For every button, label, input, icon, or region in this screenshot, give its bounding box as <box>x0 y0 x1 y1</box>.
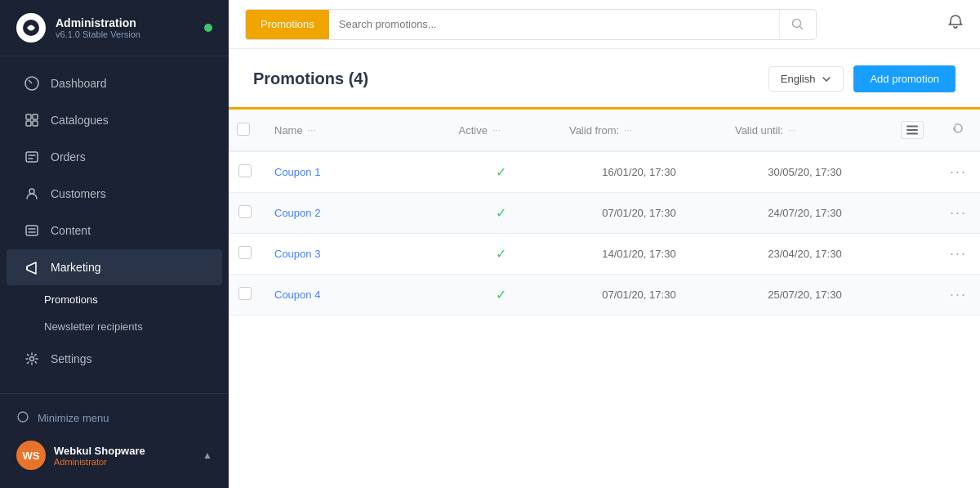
sidebar-item-label: Dashboard <box>51 77 107 90</box>
row-name[interactable]: Coupon 1 <box>261 151 446 193</box>
orders-icon <box>23 148 41 166</box>
row-active: ✓ <box>446 151 556 193</box>
reset-icon[interactable] <box>951 123 964 137</box>
minimize-icon <box>16 410 29 426</box>
sidebar: Administration v6.1.0 Stable Version Das… <box>0 0 229 488</box>
row-checkbox-cell <box>229 275 261 316</box>
row-checkbox[interactable] <box>238 164 252 177</box>
more-options-icon[interactable]: ··· <box>950 286 967 302</box>
search-bar: Promotions <box>245 9 817 40</box>
row-actions <box>888 234 937 275</box>
sidebar-item-newsletter[interactable]: Newsletter recipients <box>0 313 229 340</box>
col-name-options[interactable]: ··· <box>308 124 316 136</box>
row-valid-from: 07/01/20, 17:30 <box>556 193 722 234</box>
row-more-button[interactable]: ··· <box>937 151 980 193</box>
table-row: Coupon 2 ✓ 07/01/20, 17:30 24/07/20, 17:… <box>229 193 980 234</box>
sidebar-item-label: Catalogues <box>51 114 109 127</box>
col-header-col-toggle <box>888 110 937 151</box>
row-checkbox[interactable] <box>238 205 252 218</box>
sidebar-sub-item-label: Promotions <box>44 293 98 306</box>
search-button[interactable] <box>779 10 816 39</box>
svg-rect-14 <box>906 133 918 135</box>
col-valid-from-options[interactable]: ··· <box>624 124 632 136</box>
active-check-icon: ✓ <box>496 206 506 220</box>
select-all-checkbox[interactable] <box>237 123 250 136</box>
col-valid-until-options[interactable]: ··· <box>788 124 796 136</box>
language-selector[interactable]: English <box>768 66 844 92</box>
user-info: Webkul Shopware Administrator <box>54 445 203 467</box>
row-checkbox-cell <box>229 193 261 234</box>
sidebar-sub-item-label: Newsletter recipients <box>44 320 143 333</box>
row-valid-from: 16/01/20, 17:30 <box>556 151 722 193</box>
promotions-table: Name ··· Active ··· Vali <box>229 110 980 316</box>
search-tab-promotions[interactable]: Promotions <box>246 10 329 39</box>
svg-rect-8 <box>26 226 38 235</box>
column-visibility-button[interactable] <box>901 121 924 139</box>
row-valid-until: 23/04/20, 17:30 <box>722 234 888 275</box>
row-checkbox[interactable] <box>238 246 252 259</box>
sidebar-header: Administration v6.1.0 Stable Version <box>0 0 229 56</box>
more-options-icon[interactable]: ··· <box>950 245 967 262</box>
content-icon <box>23 222 41 240</box>
row-name[interactable]: Coupon 4 <box>261 275 446 316</box>
app-logo <box>16 13 46 43</box>
row-name[interactable]: Coupon 3 <box>261 234 446 275</box>
col-header-reset <box>937 110 980 151</box>
sidebar-item-label: Marketing <box>51 261 100 274</box>
minimize-menu-button[interactable]: Minimize menu <box>16 404 212 432</box>
search-input[interactable] <box>329 10 779 39</box>
sidebar-item-marketing[interactable]: Marketing <box>7 249 222 285</box>
row-more-button[interactable]: ··· <box>937 193 980 234</box>
sidebar-item-label: Orders <box>51 150 86 163</box>
sidebar-item-orders[interactable]: Orders <box>7 139 222 175</box>
svg-rect-2 <box>26 114 31 119</box>
row-valid-from: 07/01/20, 17:30 <box>556 275 722 316</box>
notification-icon[interactable] <box>947 14 964 34</box>
row-valid-until: 25/07/20, 17:30 <box>722 275 888 316</box>
user-role: Administrator <box>54 457 203 467</box>
customers-icon <box>23 185 41 203</box>
row-name[interactable]: Coupon 2 <box>261 193 446 234</box>
col-header-name: Name ··· <box>261 110 446 151</box>
active-check-icon: ✓ <box>496 165 506 179</box>
sidebar-item-dashboard[interactable]: Dashboard <box>7 65 222 101</box>
row-checkbox[interactable] <box>238 287 252 300</box>
user-menu-chevron[interactable]: ▲ <box>203 450 212 461</box>
col-header-valid-until: Valid until: ··· <box>722 110 888 151</box>
svg-point-10 <box>18 412 28 422</box>
svg-rect-3 <box>33 114 38 119</box>
sidebar-item-customers[interactable]: Customers <box>7 176 222 212</box>
page-header: Promotions (4) English Add promotion <box>229 49 980 110</box>
col-header-valid-from: Valid from: ··· <box>556 110 722 151</box>
row-actions <box>888 275 937 316</box>
col-header-active: Active ··· <box>446 110 556 151</box>
col-active-options[interactable]: ··· <box>492 124 501 136</box>
settings-icon <box>23 350 41 368</box>
more-options-icon[interactable]: ··· <box>950 163 967 180</box>
row-active: ✓ <box>446 275 556 316</box>
active-check-icon: ✓ <box>496 247 506 261</box>
row-more-button[interactable]: ··· <box>937 275 980 316</box>
promotions-table-wrapper: Name ··· Active ··· Vali <box>229 110 980 316</box>
row-more-button[interactable]: ··· <box>937 234 980 275</box>
row-actions <box>888 151 937 193</box>
table-row: Coupon 3 ✓ 14/01/20, 17:30 23/04/20, 17:… <box>229 234 980 275</box>
more-options-icon[interactable]: ··· <box>950 204 967 221</box>
row-valid-until: 24/07/20, 17:30 <box>722 193 888 234</box>
sidebar-item-catalogues[interactable]: Catalogues <box>7 102 222 138</box>
user-avatar: WS <box>16 441 46 470</box>
add-promotion-button[interactable]: Add promotion <box>853 65 956 92</box>
row-actions <box>888 193 937 234</box>
svg-point-7 <box>29 189 34 194</box>
user-name: Webkul Shopware <box>54 445 203 457</box>
brand-version: v6.1.0 Stable Version <box>56 29 204 39</box>
svg-point-9 <box>30 357 34 361</box>
sidebar-item-label: Settings <box>51 352 92 365</box>
svg-rect-4 <box>26 121 31 126</box>
active-check-icon: ✓ <box>496 288 506 302</box>
sidebar-item-content[interactable]: Content <box>7 213 222 248</box>
sidebar-item-settings[interactable]: Settings <box>7 341 222 377</box>
status-indicator <box>204 24 212 32</box>
row-valid-from: 14/01/20, 17:30 <box>556 234 722 275</box>
sidebar-item-promotions[interactable]: Promotions <box>0 286 229 313</box>
